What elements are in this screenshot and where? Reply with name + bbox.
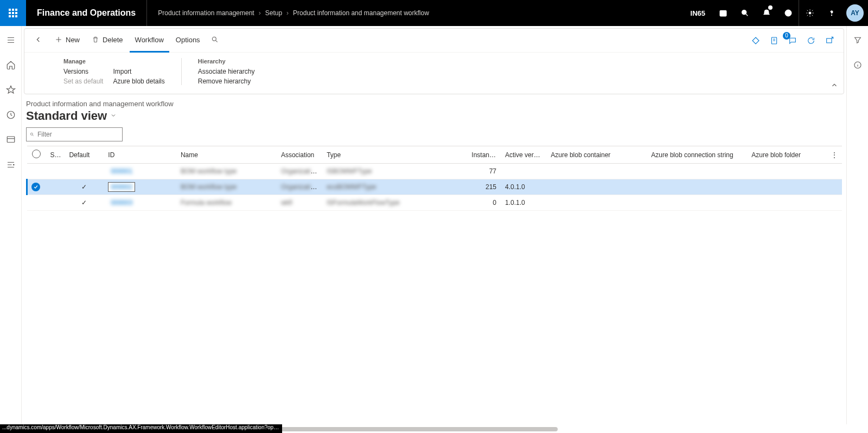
ribbon-separator xyxy=(181,58,182,85)
topbar-right: IN65 AY xyxy=(684,0,868,26)
row-association: Organizatio... xyxy=(281,167,320,175)
col-status[interactable]: St... xyxy=(46,146,65,164)
id-link[interactable]: 000003 xyxy=(111,199,132,206)
svg-rect-8 xyxy=(15,15,17,17)
col-blob-conn[interactable]: Azure blob connection string xyxy=(647,146,747,164)
blob-details-link[interactable]: Azure blob details xyxy=(113,77,164,85)
select-all-radio[interactable] xyxy=(32,150,41,158)
new-label: New xyxy=(66,36,80,44)
help-icon[interactable] xyxy=(820,0,842,26)
import-link[interactable]: Import xyxy=(113,68,164,75)
col-instances[interactable]: Instances xyxy=(467,146,501,164)
col-active-version[interactable]: Active version xyxy=(501,146,546,164)
col-id[interactable]: ID xyxy=(104,146,176,164)
table-row[interactable]: ✓000002BOM workflow typeOrganizatio...ec… xyxy=(27,179,843,195)
default-check-icon: ✓ xyxy=(81,183,87,191)
col-blob-folder[interactable]: Azure blob folder xyxy=(747,146,825,164)
view-name[interactable]: Standard view xyxy=(26,109,107,123)
workflow-ribbon: Manage Versions Import Set as default Az… xyxy=(24,53,844,94)
calendar-icon[interactable] xyxy=(712,0,733,26)
ribbon-group-manage: Manage Versions Import Set as default Az… xyxy=(63,58,165,85)
row-active-version: 1.0.1.0 xyxy=(501,195,546,211)
svg-point-15 xyxy=(831,15,832,15)
new-button[interactable]: New xyxy=(49,29,85,53)
row-instances: 215 xyxy=(467,179,501,195)
workflow-tab[interactable]: Workflow xyxy=(130,29,169,53)
svg-point-18 xyxy=(13,164,14,165)
col-type[interactable]: Type xyxy=(322,146,467,164)
table-row[interactable]: ✓000003Formula workflowwkflISFormulaWork… xyxy=(27,195,843,211)
id-link[interactable]: 000001 xyxy=(111,167,132,175)
recent-icon[interactable] xyxy=(2,106,20,124)
col-name[interactable]: Name xyxy=(176,146,277,164)
ribbon-group-title: Hierarchy xyxy=(198,58,255,64)
app-launcher[interactable] xyxy=(0,0,26,26)
options-tab[interactable]: Options xyxy=(170,29,206,53)
workflow-grid: St... Default ID Name Association Type I… xyxy=(26,146,842,211)
legal-entity[interactable]: IN65 xyxy=(684,9,712,17)
svg-rect-3 xyxy=(9,12,11,14)
col-menu[interactable]: ⋮ xyxy=(825,146,842,164)
id-link[interactable]: 000002 xyxy=(111,183,132,191)
svg-rect-0 xyxy=(9,9,11,11)
related-info-icon[interactable] xyxy=(849,56,866,74)
versions-link[interactable]: Versions xyxy=(63,68,103,75)
topbar: Finance and Operations Product informati… xyxy=(0,0,868,26)
col-default[interactable]: Default xyxy=(65,146,104,164)
modules-icon[interactable] xyxy=(2,156,20,173)
collapse-ribbon-icon[interactable] xyxy=(831,81,838,91)
svg-point-22 xyxy=(30,133,33,135)
row-association: Organizatio... xyxy=(281,183,320,191)
options-label: Options xyxy=(176,36,200,44)
row-name: BOM workflow type xyxy=(181,183,237,191)
filter-field[interactable] xyxy=(26,127,123,141)
remove-hierarchy-link[interactable]: Remove hierarchy xyxy=(198,77,255,85)
breadcrumb-item[interactable]: Product information management xyxy=(158,9,254,17)
row-name: Formula workflow xyxy=(181,199,232,206)
associate-hierarchy-link[interactable]: Associate hierarchy xyxy=(198,68,255,75)
workspaces-icon[interactable] xyxy=(2,131,20,148)
right-rail xyxy=(846,26,868,424)
col-blob-container[interactable]: Azure blob container xyxy=(546,146,647,164)
feedback-icon[interactable] xyxy=(777,0,799,26)
favorites-icon[interactable] xyxy=(2,81,20,99)
svg-point-19 xyxy=(212,37,216,41)
delete-button[interactable]: Delete xyxy=(86,29,129,53)
ribbon-group-hierarchy: Hierarchy Associate hierarchy Remove hie… xyxy=(198,58,255,85)
filter-input[interactable] xyxy=(37,131,119,138)
svg-point-13 xyxy=(789,12,789,12)
messages-icon[interactable]: 0 xyxy=(785,33,800,48)
svg-point-11 xyxy=(785,10,792,16)
search-icon[interactable] xyxy=(733,0,755,26)
chevron-down-icon[interactable] xyxy=(110,112,117,120)
left-nav-rail xyxy=(0,26,22,424)
find-button[interactable] xyxy=(207,29,223,53)
back-button[interactable] xyxy=(29,29,48,53)
row-association: wkfl xyxy=(281,199,292,206)
action-pane: New Delete Workflow Options xyxy=(24,28,844,94)
hamburger-icon[interactable] xyxy=(2,31,20,49)
page-caption: Product information and management workf… xyxy=(26,100,842,108)
personalize-icon[interactable] xyxy=(748,33,763,48)
col-select[interactable] xyxy=(27,146,46,164)
notifications-icon[interactable] xyxy=(755,0,777,26)
refresh-icon[interactable] xyxy=(803,33,819,48)
popout-icon[interactable] xyxy=(822,33,837,48)
chevron-right-icon: › xyxy=(286,9,289,17)
breadcrumb-item[interactable]: Product information and management workf… xyxy=(293,9,429,17)
settings-icon[interactable] xyxy=(799,0,820,26)
row-name: BOM workflow type xyxy=(181,167,237,175)
set-default-link: Set as default xyxy=(63,77,103,85)
row-instances: 77 xyxy=(467,164,501,179)
svg-point-10 xyxy=(742,10,746,15)
table-row[interactable]: 000001BOM workflow typeOrganizatio...ISB… xyxy=(27,164,843,179)
page-options-icon[interactable] xyxy=(767,33,782,48)
row-selected-icon[interactable] xyxy=(31,183,40,191)
avatar[interactable]: AY xyxy=(846,4,864,22)
related-filter-icon[interactable] xyxy=(849,31,866,49)
home-icon[interactable] xyxy=(2,56,20,74)
breadcrumb-item[interactable]: Setup xyxy=(265,9,282,17)
svg-rect-17 xyxy=(7,137,15,143)
row-type: ISFormulaWorkFlowType xyxy=(327,199,399,206)
col-association[interactable]: Association xyxy=(277,146,322,164)
